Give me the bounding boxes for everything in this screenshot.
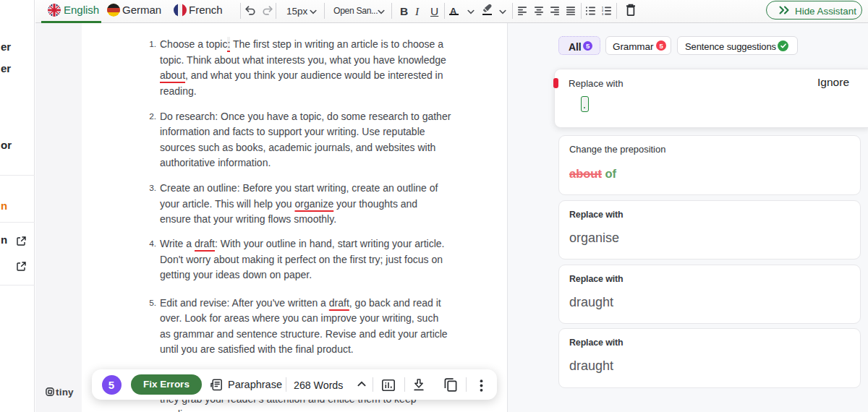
svg-text:3: 3	[602, 13, 603, 15]
svg-text:2: 2	[602, 9, 603, 12]
svg-text:1: 1	[602, 7, 603, 9]
